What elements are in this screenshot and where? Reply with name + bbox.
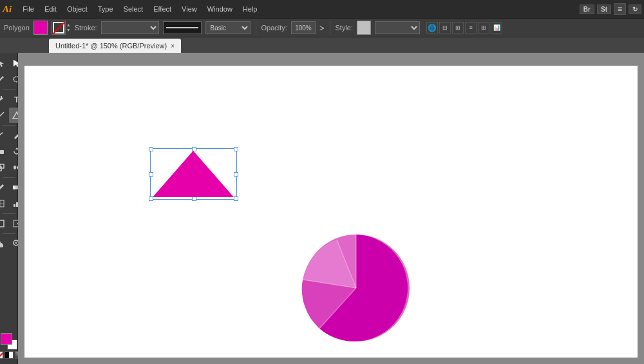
globe-icon[interactable]: 🌐 <box>426 22 438 34</box>
align-left-icon[interactable]: ⊟ <box>439 22 451 34</box>
more-options-btn[interactable]: > <box>319 23 325 33</box>
tool-separator-2 <box>3 125 15 126</box>
canvas-area[interactable] <box>18 53 644 364</box>
align-center-icon[interactable]: ⊞ <box>452 22 464 34</box>
tab-close-button[interactable]: × <box>171 43 175 50</box>
stock-button[interactable]: St <box>597 5 611 14</box>
left-toolbar: T <box>0 53 18 364</box>
bridge-button[interactable]: Br <box>580 5 594 14</box>
style-swatch[interactable] <box>357 21 371 35</box>
menu-edit[interactable]: Edit <box>40 4 61 14</box>
triangle-shape <box>150 148 237 200</box>
tool-separator-5 <box>3 233 15 234</box>
line-tool[interactable] <box>0 108 8 123</box>
menu-file[interactable]: File <box>18 4 39 14</box>
paintbrush-tool[interactable] <box>0 128 8 143</box>
align-right-icon[interactable]: ≡ <box>465 22 477 34</box>
hand-tool[interactable] <box>0 236 8 251</box>
pen-tool[interactable] <box>0 91 8 107</box>
opacity-label: Opacity: <box>261 24 287 32</box>
menu-view[interactable]: View <box>177 4 202 14</box>
tool-separator-1 <box>3 89 15 90</box>
menu-select[interactable]: Select <box>119 4 148 14</box>
tool-separator-4 <box>3 213 15 214</box>
sync-button[interactable]: ↻ <box>629 5 641 14</box>
tab-bar: Untitled-1* @ 150% (RGB/Preview) × <box>0 37 644 53</box>
stroke-preview <box>163 21 202 34</box>
menu-help[interactable]: Help <box>238 4 262 14</box>
none-swatch[interactable] <box>0 351 3 359</box>
separator-1 <box>256 21 256 34</box>
stroke-style-dropdown[interactable]: Basic <box>205 21 251 34</box>
scale-tool[interactable] <box>0 160 8 175</box>
svg-rect-23 <box>0 220 4 227</box>
stroke-up-arrow[interactable]: ▲ <box>66 23 71 28</box>
opacity-input[interactable] <box>291 21 316 34</box>
distribute-icon[interactable]: ⊞ <box>478 22 489 34</box>
svg-point-5 <box>1 96 2 97</box>
fg-bg-swatches[interactable] <box>1 333 17 350</box>
stroke-icon[interactable] <box>52 21 66 35</box>
workspace-button[interactable]: ≡ <box>614 3 626 15</box>
menu-effect[interactable]: Effect <box>149 4 176 14</box>
pie-chart-container <box>301 233 411 343</box>
svg-rect-12 <box>0 164 4 168</box>
options-bar: Polygon ▲ ▼ Stroke: Basic Opacity: > Sty… <box>0 18 644 37</box>
pie-chart <box>301 233 411 343</box>
fill-color-swatch[interactable] <box>33 21 48 35</box>
stroke-line-visual <box>166 27 198 28</box>
chart-icon[interactable]: 📊 <box>491 22 502 34</box>
menu-type[interactable]: Type <box>93 4 118 14</box>
stroke-label: Stroke: <box>75 24 97 32</box>
top-icons-group: Br St ≡ ↻ <box>580 3 641 15</box>
svg-rect-9 <box>0 150 4 154</box>
style-dropdown[interactable] <box>375 21 420 34</box>
tab-title: Untitled-1* @ 150% (RGB/Preview) <box>55 42 167 50</box>
style-label: Style: <box>336 24 354 32</box>
triangle-container[interactable] <box>150 148 237 200</box>
stroke-spinner[interactable]: ▲ ▼ <box>66 23 71 33</box>
align-group: 🌐 ⊟ ⊞ ≡ ⊞ 📊 <box>426 22 502 34</box>
app-logo: Ai <box>3 4 12 15</box>
svg-marker-0 <box>0 60 4 67</box>
artboard-tool[interactable] <box>0 216 8 231</box>
magic-wand-tool[interactable] <box>0 72 8 87</box>
menu-bar: Ai File Edit Object Type Select Effect V… <box>0 0 644 18</box>
separator-2 <box>330 21 330 34</box>
stroke-dropdown[interactable] <box>101 21 159 34</box>
foreground-swatch[interactable] <box>1 333 12 345</box>
tool-name-label: Polygon <box>4 24 30 32</box>
menu-window[interactable]: Window <box>203 4 237 14</box>
svg-line-2 <box>0 77 3 82</box>
eraser-tool[interactable] <box>0 144 8 159</box>
stroke-down-arrow[interactable]: ▼ <box>66 28 71 33</box>
mesh-tool[interactable] <box>0 196 8 211</box>
main-area: T <box>0 53 644 364</box>
select-tool[interactable] <box>0 55 8 71</box>
menu-object[interactable]: Object <box>62 4 92 14</box>
tool-separator-3 <box>3 177 15 178</box>
svg-line-6 <box>0 112 4 119</box>
canvas-document <box>24 66 638 358</box>
document-tab[interactable]: Untitled-1* @ 150% (RGB/Preview) × <box>49 39 181 53</box>
svg-rect-20 <box>14 204 15 207</box>
black-white-swatch[interactable] <box>5 351 14 359</box>
eyedropper-tool[interactable] <box>0 180 8 195</box>
svg-marker-31 <box>153 151 234 197</box>
